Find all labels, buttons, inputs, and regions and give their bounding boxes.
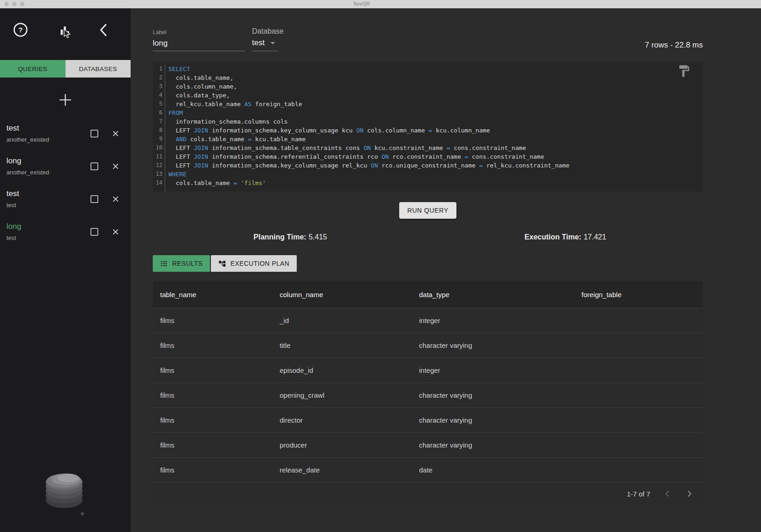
column-header: column_name [272,291,412,299]
column-header: foreign_table [574,291,703,299]
label-field-group: Label [153,29,245,51]
tab-execution-plan-label: EXECUTION PLAN [230,260,289,267]
planning-time-value: 5.415 [309,233,327,241]
execution-time: Execution Time:17.421 [428,233,703,241]
table-cell: films [153,416,272,424]
table-cell: character varying [412,416,574,424]
database-field-group: Database test [252,27,284,51]
dropdown-caret-icon [270,42,275,44]
tab-results[interactable]: RESULTS [153,255,210,272]
sidebar-icon-bar: ? [0,8,131,60]
table-cell: director [272,416,412,424]
query-item-text[interactable]: longtest [6,222,90,241]
format-query-button[interactable] [677,64,691,79]
table-cell: _id [272,317,412,324]
seeqr-logo [45,466,84,509]
table-cell: films [153,391,272,399]
query-db-name: test [6,234,90,241]
logo-dot [81,512,84,515]
planning-time-label: Planning Time: [253,233,306,241]
sql-editor[interactable]: 1234567891011121314 SELECT cols.table_na… [153,61,703,191]
table-cell: character varying [412,341,574,349]
query-db-name: another_existed [6,169,90,176]
table-cell: producer [272,441,412,449]
execution-time-label: Execution Time: [524,233,581,241]
query-list-item[interactable]: longanother_existed [6,156,131,176]
table-row: filmsepisode_idinteger [153,358,703,383]
table-pagination: 1-7 of 7 [153,482,703,505]
database-select-value: test [252,38,264,48]
results-table-body: films_idintegerfilmstitlecharacter varyi… [153,308,703,482]
help-icon[interactable]: ? [13,22,28,37]
run-query-button[interactable]: RUN QUERY [399,202,456,219]
query-item-text[interactable]: testtest [6,189,90,209]
collapse-sidebar-icon[interactable] [97,23,110,37]
query-list-item[interactable]: testtest [6,189,131,209]
mouse-cursor-icon [64,29,72,40]
tab-execution-plan[interactable]: EXECUTION PLAN [211,255,297,272]
label-input[interactable] [153,36,245,51]
query-label[interactable]: test [6,124,90,133]
pagination-range: 1-7 of 7 [627,490,650,498]
results-table-header: table_namecolumn_namedata_typeforeign_ta… [153,281,703,308]
table-cell: integer [412,366,574,374]
delete-query-icon[interactable] [111,129,120,138]
results-list-icon [160,260,168,268]
tab-queries[interactable]: QUERIES [0,60,66,78]
table-cell: films [153,317,272,324]
table-row: filmsopening_crawlcharacter varying [153,383,703,407]
table-cell: character varying [412,391,574,399]
query-view: Label Database test 7 rows - 22.8 ms 123… [131,8,761,532]
result-stats: 7 rows - 22.8 ms [645,41,703,50]
run-query-row: RUN QUERY [153,202,703,219]
tab-databases[interactable]: DATABASES [66,60,131,78]
planning-time: Planning Time:5.415 [153,233,428,241]
query-item-text[interactable]: testanother_existed [6,124,90,143]
svg-text:?: ? [18,26,23,34]
table-cell: films [153,466,272,474]
compare-checkbox[interactable] [90,195,98,203]
query-header: Label Database test 7 rows - 22.8 ms [131,8,761,61]
query-list-item[interactable]: testanother_existed [6,124,131,143]
query-label[interactable]: test [6,189,90,198]
compare-checkbox[interactable] [90,130,98,137]
table-cell: episode_id [272,366,412,374]
query-label[interactable]: long [6,156,90,166]
editor-code[interactable]: SELECT cols.table_name, cols.column_name… [165,65,703,191]
table-cell: release_date [272,466,412,474]
delete-query-icon[interactable] [111,195,120,203]
add-query-row [0,93,131,107]
label-field-caption: Label [153,29,245,36]
next-page-icon[interactable] [684,489,695,499]
table-cell: date [412,466,574,474]
prev-page-icon[interactable] [662,489,672,499]
query-item-text[interactable]: longanother_existed [6,156,90,176]
result-tabs: RESULTS EXECUTION PLAN [153,255,761,272]
delete-query-icon[interactable] [111,162,120,171]
table-cell: films [153,341,272,349]
editor-line-numbers: 1234567891011121314 [153,65,165,191]
table-row: films_idinteger [153,308,703,333]
database-select[interactable]: test [252,36,278,51]
window-title: SeeQR [0,1,724,6]
timing-row: Planning Time:5.415 Execution Time:17.42… [153,233,703,241]
table-row: filmsrelease_datedate [153,457,703,482]
table-cell: opening_crawl [272,391,412,399]
column-header: table_name [153,291,272,299]
new-query-icon[interactable] [58,93,72,107]
table-cell: integer [412,317,574,324]
database-field-caption: Database [252,27,284,36]
sidebar-tabs: QUERIES DATABASES [0,60,131,78]
delete-query-icon[interactable] [111,227,120,236]
tab-results-label: RESULTS [172,260,203,267]
query-list-item[interactable]: longtest [6,222,131,241]
table-cell: character varying [412,441,574,449]
compare-checkbox[interactable] [90,228,98,236]
table-cell: films [153,441,272,449]
results-table: table_namecolumn_namedata_typeforeign_ta… [153,281,703,505]
query-label[interactable]: long [6,222,90,231]
table-cell: films [153,366,272,374]
format-paint-icon [677,64,691,78]
compare-checkbox[interactable] [90,162,98,170]
execution-time-value: 17.421 [584,233,606,241]
